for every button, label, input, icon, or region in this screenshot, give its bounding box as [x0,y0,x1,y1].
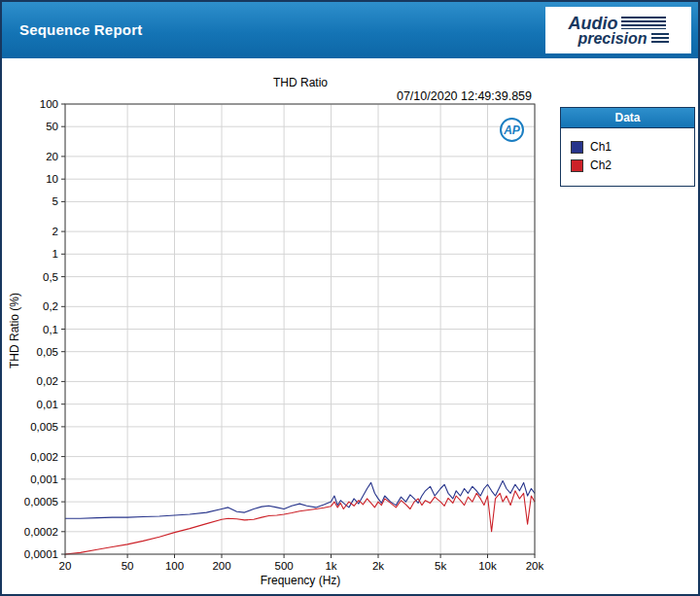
y-tick-label: 20 [46,151,58,162]
y-tick-label: 1 [52,248,58,260]
legend-item-label: Ch1 [590,140,612,154]
y-tick-label: 0,1 [43,324,58,335]
y-axis-label: THD Ratio (%) [8,263,21,399]
legend-header: Data [561,108,694,128]
sequence-report-window: Sequence Report Audio precision THD Rati… [0,0,700,596]
legend-item-ch1[interactable]: Ch1 [571,140,684,154]
x-tick-label: 20 [59,560,72,572]
y-tick-label: 0,0001 [24,548,58,560]
legend-body: Ch1 Ch2 [561,128,694,186]
y-tick-label: 0,005 [30,421,58,433]
y-tick-label: 5 [52,195,58,207]
series-line-Ch1 [65,481,535,519]
x-tick-label: 20k [526,560,544,572]
legend-panel: Data Ch1 Ch2 [560,107,695,187]
x-tick-label: 200 [212,560,230,572]
y-tick-label: 0,0005 [24,496,58,508]
series-line-Ch2 [65,491,535,554]
y-tick-label: 0,001 [30,473,58,485]
legend-item-ch2[interactable]: Ch2 [571,158,684,172]
y-tick-label: 0,05 [37,346,58,358]
y-tick-label: 0,02 [37,375,58,387]
y-tick-label: 10 [46,173,58,185]
ap-circle-logo-icon: AP [500,118,524,142]
x-tick-label: 1k [325,560,336,572]
y-tick-label: 0,5 [43,271,58,283]
y-tick-label: 0,2 [43,300,58,312]
x-tick-label: 10k [478,560,497,572]
x-tick-label: 500 [275,560,294,572]
y-tick-label: 0,002 [30,451,58,463]
y-tick-label: 50 [46,121,58,132]
y-tick-label: 0,0002 [24,526,58,538]
x-tick-label: 2k [372,560,384,572]
x-axis-label: Frequency (Hz) [65,574,536,587]
ch2-color-swatch [571,159,583,172]
ch1-color-swatch [571,141,583,154]
y-tick-label: 100 [40,98,58,110]
y-tick-label: 0,01 [37,399,58,410]
x-tick-label: 50 [122,560,134,572]
x-tick-label: 5k [435,560,446,572]
x-tick-label: 100 [165,560,184,572]
thd-ratio-chart: 20501002005001k2k5k10k20k1005020105210,5… [2,2,698,594]
legend-item-label: Ch2 [590,158,612,172]
y-tick-label: 2 [52,226,58,237]
